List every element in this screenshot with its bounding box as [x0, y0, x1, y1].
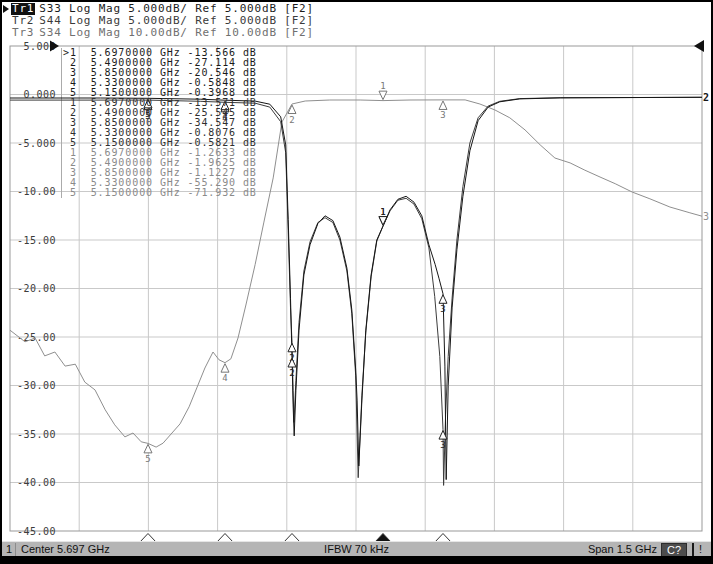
marker-number-label: 5 [145, 454, 150, 464]
status-bar: 1 Center 5.697 GHz IFBW 70 kHz Span 1.5 … [2, 541, 711, 557]
alert-indicator: ! [692, 543, 707, 556]
channel-number: 1 [6, 543, 12, 556]
window-border [0, 0, 713, 2]
trace3-settings: S34 Log Mag 10.00dB/ Ref 10.00dB [F2] [39, 27, 314, 39]
trace-end-label: 3 [703, 211, 709, 222]
marker-number-label: 3 [440, 440, 445, 450]
marker-triangle-icon [221, 364, 229, 373]
marker-5-tr3: 5 [144, 444, 152, 464]
marker-triangle-icon [288, 343, 296, 352]
marker-4-tr3: 4 [221, 364, 229, 384]
marker-number-label: 3 [440, 304, 445, 314]
marker-3-tr1: 3 [439, 295, 447, 315]
marker-triangle-icon [144, 444, 152, 453]
marker-number-label: 4 [222, 373, 227, 383]
trace3-status-line[interactable]: Tr3S34 Log Mag 10.00dB/ Ref 10.00dB [F2] [3, 27, 423, 39]
marker-number-label: 3 [440, 110, 445, 120]
y-axis-tick-label: -5.000 [17, 138, 56, 149]
marker-triangle-icon [439, 295, 447, 304]
marker-number-label: 1 [380, 81, 385, 91]
center-frequency-readout[interactable]: Center 5.697 GHz [21, 543, 110, 556]
y-axis-tick-label: -20.00 [17, 283, 56, 294]
ref-level-arrow-right-icon [694, 40, 704, 52]
vna-application-window: 5.0000.000-5.000-10.00-15.00-20.00-25.00… [0, 0, 713, 564]
span-readout[interactable]: Span 1.5 GHz [588, 543, 657, 556]
marker-2-tr3: 2 [288, 105, 296, 125]
marker-triangle-icon [379, 91, 387, 100]
window-border [0, 0, 2, 564]
active-trace-arrow-icon [3, 5, 9, 13]
y-axis-tick-label: -15.00 [17, 235, 56, 246]
y-axis-tick-label: -35.00 [17, 429, 56, 440]
marker-3-tr3: 3 [439, 101, 447, 120]
trace-status-header: Tr1S33 Log Mag 5.000dB/ Ref 5.000dB [F2]… [3, 3, 423, 39]
marker-1-tr3: 1 [379, 81, 387, 100]
ifbw-readout[interactable]: IFBW 70 kHz [324, 543, 389, 556]
y-axis-tick-label: -40.00 [17, 477, 56, 488]
y-axis-tick-label: -30.00 [17, 380, 56, 391]
y-axis-tick-label: -10.00 [17, 186, 56, 197]
y-axis-tick-label: -45.00 [17, 526, 56, 537]
trace3-label: Tr3 [11, 27, 35, 39]
marker-number-label: 2 [289, 368, 294, 378]
marker-number-label: 2 [289, 115, 294, 125]
marker-row-tr3-5: 5 5.1500000 GHz -71.932 dB [63, 188, 257, 198]
marker-1-tr1: 1 [379, 207, 387, 226]
marker-number-label: 1 [380, 207, 385, 217]
y-axis-labels: 5.0000.000-5.000-10.00-15.00-20.00-25.00… [17, 41, 56, 537]
window-border [0, 556, 713, 564]
marker-triangle-icon [439, 101, 447, 109]
marker-readout-table: >1 5.6970000 GHz -13.566 dB 2 5.4900000 … [63, 48, 257, 198]
trace-end-label: 2 [703, 92, 709, 103]
